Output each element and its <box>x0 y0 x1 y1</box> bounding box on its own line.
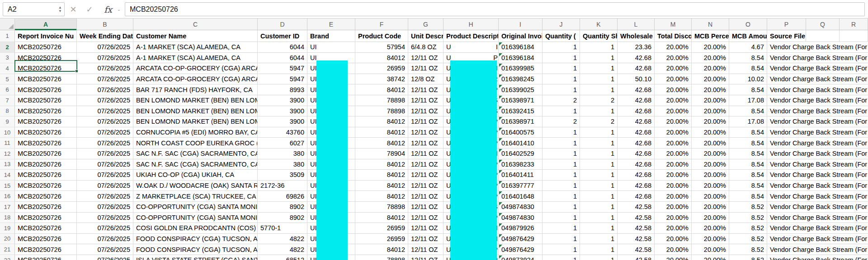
cell-I3[interactable]: 016396184 <box>499 53 542 64</box>
cell-A20[interactable]: MCB20250726 <box>15 234 77 245</box>
cell-A16[interactable]: MCB20250726 <box>15 191 77 202</box>
cell-M5[interactable]: 20.00% <box>655 74 692 85</box>
cell-N20[interactable]: 20.00% <box>692 234 729 245</box>
cell-J6[interactable]: 1 <box>542 84 580 95</box>
cell-A18[interactable]: MCB20250726 <box>15 213 77 223</box>
cell-A12[interactable]: MCB20250726 <box>15 149 77 159</box>
cell-B16[interactable]: 07/26/2025 <box>77 191 133 202</box>
cell-G19[interactable]: 12/11 OZ <box>408 223 443 234</box>
cell-M22[interactable]: 20.00% <box>655 255 692 260</box>
cell-J21[interactable]: 1 <box>542 244 580 255</box>
cell-A14[interactable]: MCB20250726 <box>15 170 77 181</box>
cell-B15[interactable]: 07/26/2025 <box>77 181 133 191</box>
column-header-P[interactable]: P <box>767 19 806 30</box>
cell-M14[interactable]: 20.00% <box>655 170 692 181</box>
cell-P14[interactable]: Vendor Charge Back Stream (For <box>767 170 868 181</box>
cell-F21[interactable]: 84012 <box>355 244 408 255</box>
cell-M17[interactable]: 20.00% <box>655 202 692 213</box>
cell-F7[interactable]: 78898 <box>355 95 408 106</box>
cell-M10[interactable]: 20.00% <box>655 127 692 138</box>
cell-K18[interactable]: 1 <box>580 213 618 223</box>
column-header-F[interactable]: F <box>355 19 408 30</box>
cell-O8[interactable]: 8.54 <box>729 106 767 117</box>
cell-P4[interactable]: Vendor Charge Back Stream (For <box>767 63 868 74</box>
cell-F9[interactable]: 84012 <box>355 116 408 127</box>
cell-K22[interactable]: 1 <box>580 255 618 260</box>
cell-O2[interactable]: 4.67 <box>729 42 767 53</box>
cell-N18[interactable]: 20.00% <box>692 213 729 223</box>
cell-K14[interactable]: 1 <box>580 170 618 181</box>
cell-I11[interactable]: 016401410 <box>499 138 542 149</box>
cell-N14[interactable]: 20.00% <box>692 170 729 181</box>
cell-F14[interactable]: 84012 <box>355 170 408 181</box>
cell-C19[interactable]: COSI GOLDN ERA PRODCANTN (COS) GIL <box>133 223 258 234</box>
cell-L6[interactable]: 42.68 <box>618 84 655 95</box>
column-header-C[interactable]: C <box>133 19 258 30</box>
cell-I15[interactable]: 016397777 <box>499 181 542 191</box>
cell-F6[interactable]: 84012 <box>355 84 408 95</box>
cell-K15[interactable]: 1 <box>580 181 618 191</box>
cell-P22[interactable]: Vendor Charge Back Stream (For <box>767 255 868 260</box>
cell-O15[interactable]: 8.54 <box>729 181 767 191</box>
cell-L17[interactable]: 42.58 <box>618 202 655 213</box>
cell-F5[interactable]: 38742 <box>355 74 408 85</box>
cell-M15[interactable]: 20.00% <box>655 181 692 191</box>
cell-L8[interactable]: 42.68 <box>618 106 655 117</box>
column-header-M[interactable]: M <box>655 19 692 30</box>
column-header-G[interactable]: G <box>408 19 443 30</box>
cell-A17[interactable]: MCB20250726 <box>15 202 77 213</box>
cell-F4[interactable]: 26959 <box>355 63 408 74</box>
cell-D11[interactable]: 6027 <box>258 138 307 149</box>
cell-L16[interactable]: 42.68 <box>618 191 655 202</box>
cell-C2[interactable]: A-1 MARKET (SCA) ALAMEDA, CA <box>133 42 258 53</box>
cell-J14[interactable]: 1 <box>542 170 580 181</box>
cell-F11[interactable]: 84012 <box>355 138 408 149</box>
cell-K19[interactable]: 1 <box>580 223 618 234</box>
cell-M11[interactable]: 20.00% <box>655 138 692 149</box>
cell-F19[interactable]: 26959 <box>355 223 408 234</box>
cell-L15[interactable]: 42.68 <box>618 181 655 191</box>
cell-G22[interactable]: 12/11 OZ <box>408 255 443 260</box>
cell-L13[interactable]: 42.68 <box>618 159 655 170</box>
cell-N2[interactable]: 20.00% <box>692 42 729 53</box>
cell-B20[interactable]: 07/26/2025 <box>77 234 133 245</box>
cell-L22[interactable]: 42.58 <box>618 255 655 260</box>
cell-D17[interactable]: 8902 <box>258 202 307 213</box>
cell-L5[interactable]: 50.10 <box>618 74 655 85</box>
cell-I12[interactable]: 016402529 <box>499 149 542 159</box>
cell-J15[interactable]: 1 <box>542 181 580 191</box>
cell-N17[interactable]: 20.00% <box>692 202 729 213</box>
cell-J3[interactable]: 1 <box>542 53 580 64</box>
row-header-15[interactable]: 15 <box>0 181 15 191</box>
cell-G11[interactable]: 12/11 OZ <box>408 138 443 149</box>
cell-J16[interactable]: 1 <box>542 191 580 202</box>
cell-L4[interactable]: 42.68 <box>618 63 655 74</box>
cell-N10[interactable]: 20.00% <box>692 127 729 138</box>
cell-B22[interactable]: 07/26/2025 <box>77 255 133 260</box>
cell-F13[interactable]: 84012 <box>355 159 408 170</box>
cell-L14[interactable]: 42.68 <box>618 170 655 181</box>
function-icon[interactable]: fx <box>101 0 115 19</box>
cell-M9[interactable]: 20.00% <box>655 116 692 127</box>
cell-M20[interactable]: 20.00% <box>655 234 692 245</box>
cell-A9[interactable]: MCB20250726 <box>15 116 77 127</box>
cell-I13[interactable]: 016398233 <box>499 159 542 170</box>
cell-K6[interactable]: 1 <box>580 84 618 95</box>
cell-F12[interactable]: 78904 <box>355 149 408 159</box>
cell-B2[interactable]: 07/26/2025 <box>77 42 133 53</box>
cell-P20[interactable]: Vendor Charge Back Stream (For <box>767 234 868 245</box>
cell-C5[interactable]: ARCATA CO-OP-GROCERY (CGA) ARCATA, <box>133 74 258 85</box>
cell-I10[interactable]: 016400575 <box>499 127 542 138</box>
cell-K9[interactable]: 2 <box>580 116 618 127</box>
cell-F8[interactable]: 78898 <box>355 106 408 117</box>
cell-J10[interactable]: 1 <box>542 127 580 138</box>
cell-M7[interactable]: 20.00% <box>655 95 692 106</box>
cell-N12[interactable]: 20.00% <box>692 149 729 159</box>
cell-O10[interactable]: 8.54 <box>729 127 767 138</box>
name-box-spinner[interactable]: ▲ ▼ <box>58 3 62 16</box>
cell-F22[interactable]: 78898 <box>355 255 408 260</box>
row-header-10[interactable]: 10 <box>0 127 15 138</box>
cell-B4[interactable]: 07/26/2025 <box>77 63 133 74</box>
cell-A21[interactable]: MCB20250726 <box>15 244 77 255</box>
cell-C12[interactable]: SAC N.F. SAC (CGA) SACRAMENTO, CA <box>133 149 258 159</box>
